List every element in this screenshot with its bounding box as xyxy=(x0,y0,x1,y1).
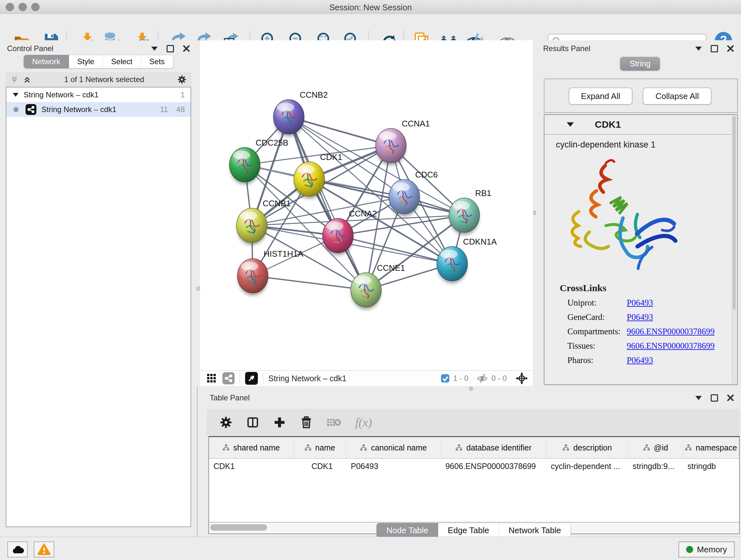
crosslink-link[interactable]: 9606.ENSP00000378699 xyxy=(627,341,715,351)
expand-all-button[interactable]: Expand All xyxy=(569,87,632,105)
collapse-panel-icon[interactable] xyxy=(151,47,158,51)
collection-label: String Network – cdk1 xyxy=(23,90,181,99)
left-splitter[interactable] xyxy=(197,40,200,386)
delete-column-trash-icon[interactable] xyxy=(300,416,313,429)
memory-button[interactable]: Memory xyxy=(678,542,735,557)
tab-sets[interactable]: Sets xyxy=(141,55,173,68)
column-header-database-identifier[interactable]: database identifier xyxy=(441,437,546,458)
collapse-panel-icon[interactable] xyxy=(695,396,702,400)
float-panel-icon[interactable] xyxy=(166,45,174,52)
float-panel-icon[interactable] xyxy=(711,394,718,401)
disclosure-triangle-icon[interactable] xyxy=(567,122,574,127)
close-panel-icon[interactable] xyxy=(183,45,190,52)
network-view-title: String Network – cdk1 xyxy=(268,374,347,383)
network-node-CCNA2[interactable]: CCNA2 xyxy=(323,209,377,255)
network-view-canvas[interactable]: CCNB2CCNA1CDC25BCDK1CDC6RB1CCNB1CCNA2CDK… xyxy=(200,40,533,370)
selected-counts: 1 - 0 xyxy=(453,374,468,383)
tab-edge-table[interactable]: Edge Table xyxy=(438,523,499,538)
node-count: 11 xyxy=(160,105,168,114)
hidden-eye-slash-icon xyxy=(476,373,488,384)
table-cell[interactable]: 9606.ENSP00000378699 xyxy=(441,462,546,471)
function-builder-fx[interactable]: f(x) xyxy=(355,415,372,429)
close-panel-icon[interactable] xyxy=(727,45,734,52)
tab-style[interactable]: Style xyxy=(69,55,103,68)
table-cell[interactable]: stringdb xyxy=(683,462,739,471)
horizontal-splitter-handle[interactable] xyxy=(469,386,473,391)
tree-options-gear-icon[interactable] xyxy=(177,75,187,84)
node-label: HIST1H1A xyxy=(264,249,304,259)
warning-status-button[interactable] xyxy=(34,542,54,557)
protein-card-header[interactable]: CDK1 xyxy=(544,115,737,135)
network-node-HIST1H1A[interactable]: HIST1H1A xyxy=(238,249,304,296)
protein-name: CDK1 xyxy=(595,119,621,130)
node-label: CCNE1 xyxy=(377,263,405,273)
network-share-view-icon[interactable] xyxy=(222,372,234,384)
network-row[interactable]: String Network – cdk1 11 48 xyxy=(6,102,191,117)
close-panel-icon[interactable] xyxy=(727,394,734,401)
collapse-panel-icon[interactable] xyxy=(695,47,702,51)
cloud-status-button[interactable] xyxy=(7,542,28,557)
column-header-canonical-name[interactable]: canonical name xyxy=(346,437,441,458)
table-cell[interactable]: CDK1 xyxy=(209,462,293,471)
network-node-CCNB2[interactable]: CCNB2 xyxy=(273,90,328,137)
footer-separator xyxy=(263,373,263,384)
network-grid-view-icon[interactable] xyxy=(207,374,217,383)
control-panel-tabs: NetworkStyleSelectSets xyxy=(23,55,173,68)
pan-crosshair-icon[interactable] xyxy=(515,372,529,385)
column-header-name[interactable]: name xyxy=(293,437,347,458)
network-node-CDK1[interactable]: CDK1 xyxy=(294,152,342,199)
column-header-shared-name[interactable]: shared name xyxy=(209,437,293,458)
collapse-all-button[interactable]: Collapse All xyxy=(643,87,712,105)
network-node-CCNA1[interactable]: CCNA1 xyxy=(376,119,430,165)
results-scrollbar[interactable] xyxy=(732,116,737,384)
create-column-plus-icon[interactable] xyxy=(273,416,286,429)
disclosure-triangle-icon[interactable] xyxy=(13,93,18,97)
network-label: String Network – cdk1 xyxy=(42,105,160,114)
tab-network[interactable]: Network xyxy=(23,55,69,68)
float-panel-icon[interactable] xyxy=(711,45,718,52)
tab-network-table[interactable]: Network Table xyxy=(499,523,571,538)
network-node-CDKN1A[interactable]: CDKN1A xyxy=(437,237,497,284)
results-actions-box: Expand All Collapse All xyxy=(544,78,738,113)
table-cell[interactable]: stringdb:9... xyxy=(628,462,683,471)
tab-select[interactable]: Select xyxy=(103,55,141,68)
main-toolbar: ? xyxy=(0,14,741,41)
network-node-CCNE1[interactable]: CCNE1 xyxy=(351,263,405,310)
table-options-gear-icon[interactable] xyxy=(219,416,232,429)
node-label: CCNA1 xyxy=(402,119,430,128)
node-label: CDK1 xyxy=(320,152,342,162)
table-cell[interactable]: CDK1 xyxy=(293,462,347,471)
cytoscape-window: { "window": { "title": "Session: New Ses… xyxy=(0,0,741,560)
crosslink-label: Tissues: xyxy=(567,341,627,351)
protein-description: cyclin-dependent kinase 1 xyxy=(556,140,737,150)
footer-separator xyxy=(240,373,240,384)
protein-structure-image xyxy=(557,152,691,279)
crosslink-link[interactable]: P06493 xyxy=(627,312,653,322)
network-node-CDC25B[interactable]: CDC25B xyxy=(229,138,288,185)
crosslink-link[interactable]: P06493 xyxy=(627,298,653,308)
hidden-counts: 0 - 0 xyxy=(491,374,507,383)
table-row[interactable]: CDK1CDK1P064939606.ENSP00000378699cyclin… xyxy=(209,459,739,474)
column-header-@id[interactable]: @id xyxy=(628,437,683,458)
collapse-all-chevron-icon[interactable] xyxy=(10,75,18,84)
show-columns-icon[interactable] xyxy=(246,416,259,429)
tab-node-table[interactable]: Node Table xyxy=(377,523,438,538)
network-node-CCNB1[interactable]: CCNB1 xyxy=(237,199,291,245)
expand-all-chevron-icon[interactable] xyxy=(23,75,31,84)
crosslink-row: Uniprot:P06493 xyxy=(567,298,737,308)
birds-eye-view-icon[interactable] xyxy=(245,372,258,385)
column-header-namespace[interactable]: namespace xyxy=(683,437,739,458)
selected-checkbox-icon[interactable] xyxy=(441,374,450,383)
node-label: CCNB1 xyxy=(263,199,291,208)
network-view-footer: String Network – cdk1 1 - 0 0 - 0 xyxy=(200,370,533,386)
delete-table-icon[interactable] xyxy=(327,416,342,429)
crosslink-link[interactable]: P06493 xyxy=(627,355,653,365)
table-cell[interactable]: cyclin-dependent ... xyxy=(546,462,628,471)
column-header-description[interactable]: description xyxy=(546,437,628,458)
tab-string[interactable]: String xyxy=(620,57,660,71)
network-node-RB1[interactable]: RB1 xyxy=(449,188,491,235)
network-collection-row[interactable]: String Network – cdk1 1 xyxy=(6,87,191,102)
table-cell[interactable]: P06493 xyxy=(346,462,441,471)
crosslink-link[interactable]: 9606.ENSP00000378699 xyxy=(627,327,715,336)
results-panel-title: Results Panel xyxy=(543,44,590,53)
